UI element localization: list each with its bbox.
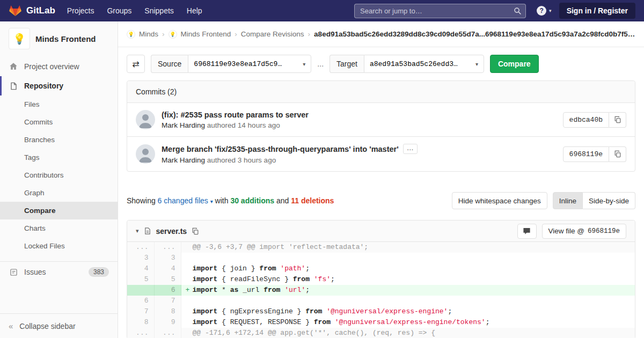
commit-short-sha[interactable]: edbca40b: [563, 112, 609, 128]
old-line-number[interactable]: ...: [127, 328, 154, 338]
commit-author-link[interactable]: Mark Harding: [162, 156, 205, 164]
avatar[interactable]: [136, 110, 155, 129]
commit-title-link[interactable]: Merge branch 'fix/2535-pass-through-quer…: [162, 145, 399, 153]
target-ref-dropdown[interactable]: a8ed91a53bad5c26edd3… ▾: [364, 55, 484, 73]
diff-line-context: 67: [127, 296, 635, 306]
help-dropdown[interactable]: ? ▾: [537, 6, 552, 16]
commit-row: (fix): #2535 pass route params to server…: [127, 103, 635, 136]
commit-short-sha[interactable]: 6968119e: [563, 146, 609, 162]
sidebar-item-issues[interactable]: Issues 383: [0, 261, 118, 282]
sidebar-subitem-files[interactable]: Files: [0, 95, 118, 113]
nav-snippets[interactable]: Snippets: [138, 0, 180, 21]
sidebar-subitem-locked-files[interactable]: Locked Files: [0, 237, 118, 255]
sidebar-project-header[interactable]: 💡 Minds Frontend: [0, 21, 118, 55]
diff-line-match: ......@@ -3,6 +3,7 @@ import 'reflect-me…: [127, 242, 635, 253]
diff-table: ......@@ -3,6 +3,7 @@ import 'reflect-me…: [127, 242, 635, 338]
new-line-number[interactable]: 5: [154, 274, 181, 285]
breadcrumb-project[interactable]: Minds Frontend: [181, 30, 231, 38]
old-line-number[interactable]: 5: [127, 274, 154, 285]
new-line-number[interactable]: ...: [154, 328, 181, 338]
diff-summary-bar: Showing 6 changed files ▾ with 30 additi…: [118, 192, 644, 209]
swap-revisions-button[interactable]: ⇄: [127, 55, 145, 73]
commit-title-link[interactable]: (fix): #2535 pass route params to server: [162, 111, 309, 119]
diff-view-toggle-group: Inline Side-by-side: [553, 192, 635, 209]
hide-whitespace-button[interactable]: Hide whitespace changes: [452, 192, 547, 209]
sidebar-nav: Project overview Repository Files Commit…: [0, 55, 118, 313]
comment-button[interactable]: [517, 224, 537, 239]
old-line-number[interactable]: 6: [127, 296, 154, 306]
breadcrumb-current-sha: a8ed91a53bad5c26edd3289dd8c39cd09de55d7a…: [314, 30, 635, 38]
avatar[interactable]: [136, 144, 155, 164]
commits-panel: Commits (2) (fix): #2535 pass route para…: [127, 80, 635, 172]
inline-view-button[interactable]: Inline: [553, 192, 583, 209]
old-line-number[interactable]: [127, 285, 154, 296]
new-line-number[interactable]: 3: [154, 253, 181, 263]
diff-view-controls: Hide whitespace changes Inline Side-by-s…: [452, 192, 635, 209]
view-file-button[interactable]: View file @ 6968119e: [542, 224, 627, 239]
group-avatar: 💡: [127, 30, 135, 39]
search-input[interactable]: [354, 4, 526, 18]
expand-commit-message-button[interactable]: …: [403, 144, 418, 154]
diff-line-context: 55import { readFileSync } from 'fs';: [127, 274, 635, 285]
sidebar-item-project-overview[interactable]: Project overview: [0, 57, 118, 76]
side-by-side-view-button[interactable]: Side-by-side: [583, 192, 635, 209]
new-line-number[interactable]: ...: [154, 242, 181, 253]
collapse-diff-caret[interactable]: ▾: [136, 227, 139, 234]
old-line-number[interactable]: 4: [127, 263, 154, 274]
new-line-number[interactable]: 7: [154, 296, 181, 306]
sidebar-subitem-graph[interactable]: Graph: [0, 184, 118, 202]
old-line-number[interactable]: 8: [127, 317, 154, 328]
compare-button[interactable]: Compare: [490, 55, 539, 73]
swap-icon: ⇄: [132, 59, 139, 69]
new-line-number[interactable]: 9: [154, 317, 181, 328]
project-title: Minds Frontend: [35, 34, 96, 43]
diff-code-cell: import { ngExpressEngine } from '@nguniv…: [181, 306, 635, 317]
breadcrumb-group[interactable]: Minds: [139, 30, 158, 38]
sidebar-subitem-branches[interactable]: Branches: [0, 131, 118, 149]
diff-sign: +: [186, 285, 193, 296]
diff-line-context: 44import { join } from 'path';: [127, 263, 635, 274]
commit-sha-group: 6968119e: [563, 146, 626, 162]
project-sidebar: 💡 Minds Frontend Project overview Reposi…: [0, 21, 118, 338]
changed-files-dropdown[interactable]: 6 changed files ▾: [158, 196, 215, 205]
new-line-number[interactable]: 8: [154, 306, 181, 317]
commit-row: Merge branch 'fix/2535-pass-through-quer…: [127, 136, 635, 171]
sidebar-subitem-tags[interactable]: Tags: [0, 149, 118, 166]
breadcrumb: 💡 Minds › 💡 Minds Frontend › Compare Rev…: [118, 21, 644, 47]
breadcrumb-page[interactable]: Compare Revisions: [241, 30, 304, 38]
sidebar-subitem-charts[interactable]: Charts: [0, 219, 118, 237]
commit-author-link[interactable]: Mark Harding: [162, 121, 205, 129]
old-line-number[interactable]: 7: [127, 306, 154, 317]
copy-sha-button[interactable]: [609, 146, 626, 162]
diff-code-cell: import { readFileSync } from 'fs';: [181, 274, 635, 285]
chevron-down-icon: ▾: [475, 61, 478, 67]
copy-sha-button[interactable]: [609, 112, 626, 128]
sidebar-subitem-commits[interactable]: Commits: [0, 113, 118, 131]
breadcrumb-separator-icon: ›: [308, 30, 311, 38]
nav-projects[interactable]: Projects: [61, 0, 101, 21]
diff-code-cell: import { join } from 'path';: [181, 263, 635, 274]
commit-info: Merge branch 'fix/2535-pass-through-quer…: [162, 144, 557, 164]
old-line-number[interactable]: ...: [127, 242, 154, 253]
nav-groups[interactable]: Groups: [100, 0, 138, 21]
sign-in-register-button[interactable]: Sign in / Register: [559, 3, 635, 19]
chevron-down-icon: ▾: [303, 61, 305, 67]
file-icon: [144, 227, 151, 235]
diff-code-cell: [181, 253, 635, 263]
diff-code-cell: import { REQUEST, RESPONSE } from '@ngun…: [181, 317, 635, 328]
copy-file-path-button[interactable]: [192, 227, 199, 235]
source-ref-dropdown[interactable]: 6968119e93e8ea17d5c9… ▾: [188, 55, 311, 73]
navbar-links: Projects Groups Snippets Help: [61, 0, 209, 21]
new-line-number[interactable]: 6: [154, 285, 181, 296]
gitlab-logo[interactable]: GitLab: [9, 4, 55, 17]
nav-help[interactable]: Help: [180, 0, 209, 21]
new-line-number[interactable]: 4: [154, 263, 181, 274]
commits-panel-header: Commits (2): [127, 81, 635, 103]
sidebar-subitem-compare[interactable]: Compare: [0, 202, 118, 219]
collapse-sidebar-button[interactable]: « Collapse sidebar: [0, 313, 118, 338]
diff-table-body: ......@@ -3,6 +3,7 @@ import 'reflect-me…: [127, 242, 635, 338]
sidebar-subitem-contributors[interactable]: Contributors: [0, 166, 118, 184]
old-line-number[interactable]: 3: [127, 253, 154, 263]
sidebar-item-repository[interactable]: Repository: [0, 76, 118, 95]
diff-line-add: 6+import * as _url from 'url';: [127, 285, 635, 296]
